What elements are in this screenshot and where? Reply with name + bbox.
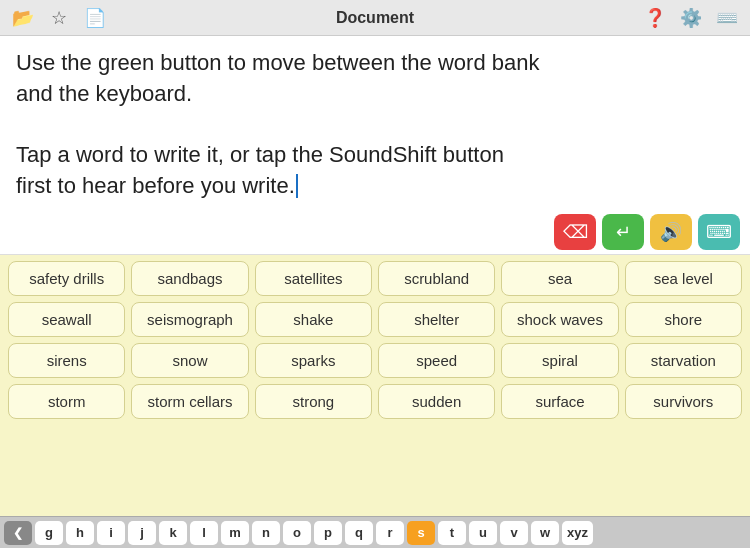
text-cursor [296,174,298,198]
word-btn-shake[interactable]: shake [255,302,372,337]
word-btn-speed[interactable]: speed [378,343,495,378]
word-rows-container: safety drillssandbagssatellitesscrubland… [8,261,742,419]
word-btn-sandbags[interactable]: sandbags [131,261,248,296]
titlebar-right-icons: ❓ ⚙️ ⌨️ [644,7,738,29]
page-title: Document [336,9,414,27]
document-line5: first to hear before you write. [16,173,295,198]
action-row: ⌫ ↵ 🔊 ⌨ [0,210,750,254]
word-btn-storm[interactable]: storm [8,384,125,419]
star-icon[interactable]: ☆ [48,7,70,29]
word-btn-spiral[interactable]: spiral [501,343,618,378]
nav-letter-m[interactable]: m [221,521,249,545]
nav-letter-v[interactable]: v [500,521,528,545]
word-btn-surface[interactable]: surface [501,384,618,419]
delete-button[interactable]: ⌫ [554,214,596,250]
titlebar-left-icons: 📂 ☆ 📄 [12,7,106,29]
gear-icon[interactable]: ⚙️ [680,7,702,29]
nav-left-chevron[interactable]: ❮ [4,521,32,545]
word-btn-safety-drills[interactable]: safety drills [8,261,125,296]
keyboard-toggle-button[interactable]: ⌨ [698,214,740,250]
word-btn-snow[interactable]: snow [131,343,248,378]
nav-letter-q[interactable]: q [345,521,373,545]
word-btn-seismograph[interactable]: seismograph [131,302,248,337]
document-icon[interactable]: 📄 [84,7,106,29]
word-btn-strong[interactable]: strong [255,384,372,419]
word-btn-shore[interactable]: shore [625,302,742,337]
folder-icon[interactable]: 📂 [12,7,34,29]
nav-letter-u[interactable]: u [469,521,497,545]
document-line2: and the keyboard. [16,81,192,106]
keyboard-icon[interactable]: ⌨️ [716,7,738,29]
document-text[interactable]: Use the green button to move between the… [16,48,734,202]
nav-letter-o[interactable]: o [283,521,311,545]
help-icon[interactable]: ❓ [644,7,666,29]
word-btn-seawall[interactable]: seawall [8,302,125,337]
word-btn-sudden[interactable]: sudden [378,384,495,419]
word-btn-sea[interactable]: sea [501,261,618,296]
nav-letter-i[interactable]: i [97,521,125,545]
word-bank: safety drillssandbagssatellitesscrubland… [0,254,750,516]
nav-letter-h[interactable]: h [66,521,94,545]
nav-letter-w[interactable]: w [531,521,559,545]
nav-letter-r[interactable]: r [376,521,404,545]
word-btn-survivors[interactable]: survivors [625,384,742,419]
document-line4: Tap a word to write it, or tap the Sound… [16,142,504,167]
nav-letter-s[interactable]: s [407,521,435,545]
word-row-0: safety drillssandbagssatellitesscrubland… [8,261,742,296]
titlebar: 📂 ☆ 📄 Document ❓ ⚙️ ⌨️ [0,0,750,36]
nav-letter-xyz[interactable]: xyz [562,521,593,545]
word-row-3: stormstorm cellarsstrongsuddensurfacesur… [8,384,742,419]
sound-button[interactable]: 🔊 [650,214,692,250]
nav-letter-p[interactable]: p [314,521,342,545]
keyboard-nav: ❮ ghijklmnopqrstuvwxyz [0,516,750,548]
word-btn-sparks[interactable]: sparks [255,343,372,378]
word-btn-storm-cellars[interactable]: storm cellars [131,384,248,419]
word-btn-shelter[interactable]: shelter [378,302,495,337]
return-button[interactable]: ↵ [602,214,644,250]
nav-letter-j[interactable]: j [128,521,156,545]
word-row-2: sirenssnowsparksspeedspiralstarvation [8,343,742,378]
document-line1: Use the green button to move between the… [16,50,539,75]
nav-letter-t[interactable]: t [438,521,466,545]
nav-letter-g[interactable]: g [35,521,63,545]
nav-letter-l[interactable]: l [190,521,218,545]
word-btn-scrubland[interactable]: scrubland [378,261,495,296]
nav-letter-k[interactable]: k [159,521,187,545]
nav-letter-n[interactable]: n [252,521,280,545]
word-btn-sirens[interactable]: sirens [8,343,125,378]
word-btn-sea-level[interactable]: sea level [625,261,742,296]
word-btn-starvation[interactable]: starvation [625,343,742,378]
word-btn-satellites[interactable]: satellites [255,261,372,296]
word-row-1: seawallseismographshakesheltershock wave… [8,302,742,337]
document-area: Use the green button to move between the… [0,36,750,210]
word-btn-shock-waves[interactable]: shock waves [501,302,618,337]
